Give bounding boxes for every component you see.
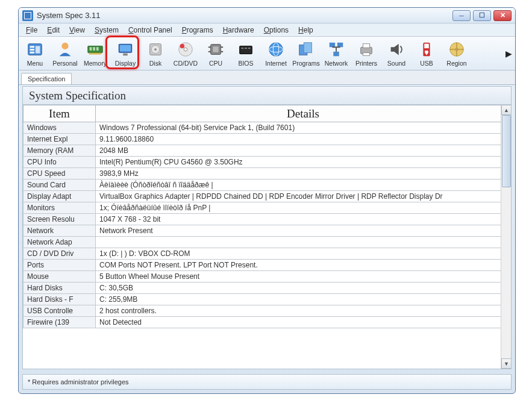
toolbar-cpu-button[interactable]: CPU <box>202 39 230 69</box>
toolbar-label: Printers <box>355 60 377 67</box>
tab-specification[interactable]: Specification <box>21 73 72 84</box>
toolbar-usb-button[interactable]: USB <box>413 39 440 69</box>
details-cell: C: 255,9MB <box>96 294 511 305</box>
svg-rect-41 <box>363 44 369 48</box>
svg-rect-2 <box>30 49 35 51</box>
table-row: Mouse5 Button Wheel Mouse Present <box>23 271 511 283</box>
scroll-up-button[interactable]: ▲ <box>501 105 512 115</box>
toolbar-bios-button[interactable]: BIOS <box>232 39 260 69</box>
toolbar-disk-button[interactable]: Disk <box>142 39 169 69</box>
table-row: CPU Speed3983,9 MHz <box>23 168 511 180</box>
toolbar-region-button[interactable]: Region <box>443 39 471 69</box>
item-cell: Hard Disks <box>23 283 96 294</box>
bios-icon <box>236 40 255 59</box>
menu-control-panel[interactable]: Control Panel <box>124 25 177 36</box>
svg-rect-28 <box>245 48 247 49</box>
content-panel: System Specification Item Details Window… <box>22 86 512 369</box>
col-details[interactable]: Details <box>96 105 511 122</box>
toolbar-sound-button[interactable]: Sound <box>383 39 410 69</box>
col-item[interactable]: Item <box>23 105 96 122</box>
region-icon <box>447 40 466 59</box>
scrollbar[interactable]: ▲ ▼ <box>501 105 511 369</box>
toolbar-printers-button[interactable]: Printers <box>352 39 380 69</box>
item-cell: Hard Disks - F <box>23 294 96 305</box>
svg-point-46 <box>455 48 458 51</box>
toolbar-overflow-button[interactable]: ▶ <box>504 49 513 58</box>
menu-icon <box>25 40 45 59</box>
close-button[interactable]: ✕ <box>493 10 512 21</box>
table-row: NetworkNetwork Present <box>23 225 511 237</box>
details-cell: Not Detected <box>96 317 511 328</box>
disk-icon <box>146 40 165 59</box>
table-row: Sound CardÀèíàìèèè (Óñòðîéñòâî ñ ïîääåðæ… <box>23 180 511 191</box>
toolbar-label: Programs <box>292 60 320 67</box>
toolbar-internet-button[interactable]: Internet <box>262 39 290 69</box>
printers-icon <box>357 40 376 59</box>
table-row: Hard DisksC: 30,5GB <box>23 283 511 294</box>
svg-point-18 <box>184 48 187 51</box>
details-cell: 2048 MB <box>96 145 511 157</box>
display-icon <box>116 40 135 59</box>
item-cell: Mouse <box>23 271 96 283</box>
scroll-thumb[interactable] <box>502 115 511 187</box>
table-row: Memory (RAM2048 MB <box>23 145 511 157</box>
minimize-button[interactable]: ─ <box>452 10 471 21</box>
svg-rect-36 <box>337 43 343 48</box>
sound-icon <box>387 40 406 59</box>
toolbar-menu-button[interactable]: Menu <box>21 39 49 69</box>
toolbar-display-button[interactable]: Display <box>111 39 139 69</box>
app-icon <box>22 10 33 21</box>
toolbar-memory-button[interactable]: Memory <box>81 39 109 69</box>
menu-file[interactable]: File <box>21 25 42 36</box>
menu-view[interactable]: View <box>64 25 90 36</box>
svg-rect-27 <box>242 48 244 49</box>
cddvd-icon <box>176 40 195 59</box>
toolbar-cddvd-button[interactable]: CD/DVD <box>172 39 199 69</box>
toolbar-label: Display <box>115 60 136 67</box>
toolbar-network-button[interactable]: Network <box>322 39 350 69</box>
table-row: Monitors1x; Óíèâåðñàëüíûé ìîíèòîð íå PnP… <box>23 202 511 214</box>
internet-icon <box>266 40 286 59</box>
details-cell: Intel(R) Pentium(R) CPU G4560 @ 3.50GHz <box>96 157 511 168</box>
details-cell: C: 30,5GB <box>96 283 511 294</box>
maximize-button[interactable]: ☐ <box>473 10 491 21</box>
svg-rect-26 <box>240 46 252 54</box>
menu-hardware[interactable]: Hardware <box>218 25 259 36</box>
table-row: Hard Disks - FC: 255,9MB <box>23 294 511 305</box>
table-row: Internet Expl9.11.9600.18860 <box>23 134 511 145</box>
menu-help[interactable]: Help <box>293 25 318 36</box>
svg-rect-35 <box>330 43 335 48</box>
menu-options[interactable]: Options <box>259 25 293 36</box>
item-cell: Windows <box>23 122 96 134</box>
svg-rect-7 <box>90 47 92 51</box>
toolbar-label: Personal <box>52 60 77 67</box>
toolbar-programs-button[interactable]: Programs <box>292 39 320 69</box>
menu-programs[interactable]: Programs <box>177 25 218 36</box>
toolbar-label: Network <box>325 60 348 67</box>
menu-system[interactable]: System <box>90 25 124 36</box>
table-row: Firewire (139Not Detected <box>23 317 511 328</box>
item-cell: CD / DVD Driv <box>23 248 96 260</box>
menubar: File Edit View System Control Panel Prog… <box>19 23 515 37</box>
svg-rect-12 <box>120 45 131 52</box>
toolbar-label: Disk <box>149 60 161 67</box>
svg-rect-10 <box>89 53 102 55</box>
table-row: Screen Resolu1047 X 768 - 32 bit <box>23 214 511 225</box>
toolbar-label: CPU <box>209 60 222 67</box>
details-cell: Network Present <box>96 225 511 237</box>
toolbar-personal-button[interactable]: Personal <box>51 39 79 69</box>
item-cell: Firewire (139 <box>23 317 96 328</box>
titlebar: System Spec 3.11 ─ ☐ ✕ <box>19 8 515 23</box>
details-cell: 9.11.9600.18860 <box>96 134 511 145</box>
menu-edit[interactable]: Edit <box>42 25 64 36</box>
spec-table: Item Details WindowsWindows 7 Profession… <box>23 105 511 328</box>
details-cell: 1x (D: | ) D: VBOX CD-ROM <box>96 248 511 260</box>
toolbar-label: USB <box>420 60 433 67</box>
svg-point-19 <box>180 44 185 49</box>
scroll-down-button[interactable]: ▼ <box>501 358 512 369</box>
memory-icon <box>86 40 105 59</box>
item-cell: Screen Resolu <box>23 214 96 225</box>
details-cell: 1047 X 768 - 32 bit <box>96 214 511 225</box>
item-cell: Internet Expl <box>23 134 96 145</box>
item-cell: CPU Speed <box>23 168 96 180</box>
